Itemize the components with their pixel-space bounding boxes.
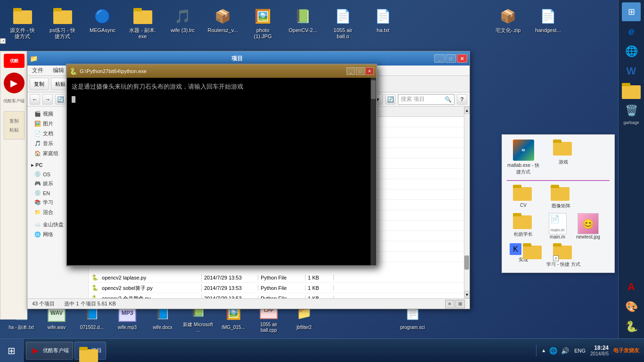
overlay-item-newtest[interactable]: 😊 newtest.jpg bbox=[575, 213, 601, 239]
photo-icon: 🖼️ bbox=[254, 7, 272, 25]
overlay-item-duhao[interactable]: 杜皓学长 bbox=[507, 213, 540, 238]
copy-button[interactable]: 复制 bbox=[30, 78, 49, 90]
desktop-icon-ps[interactable]: ↗ ps练习 - 快 捷方式 bbox=[45, 5, 80, 41]
close-button[interactable]: ✕ bbox=[457, 54, 467, 63]
tray-network-icon[interactable]: 🌐 bbox=[548, 346, 558, 355]
nav-video-label: 视频 bbox=[43, 110, 53, 117]
paint-sidebar-icon[interactable]: 🎨 bbox=[622, 297, 641, 316]
console-body[interactable]: 这是通过摄像头来玩的剪刀石头布的游戏，请输入回车开始游戏 bbox=[67, 78, 371, 265]
recycle-sidebar-icon[interactable]: 🗑️ bbox=[622, 101, 641, 120]
back-button[interactable]: ← bbox=[30, 94, 40, 105]
lrc-icon: 🎵 bbox=[173, 7, 192, 25]
overlay-item-study-shortcut[interactable]: ↗ 学习 - 快捷 方式 bbox=[545, 243, 582, 268]
overlay-row-3: 杜皓学长 📄 main.m main.m 😊 newtest.jpg bbox=[507, 213, 610, 239]
folder-sidebar-icon[interactable] bbox=[622, 82, 641, 100]
duhao-label: 杜皓学长 bbox=[514, 231, 533, 238]
table-row[interactable]: 🐍 opencv2 合并颜色.py 2014/7/29 13:53 Python… bbox=[89, 293, 464, 298]
overlay-item-matlab[interactable]: M matlab.exe - 快捷方式 bbox=[507, 140, 540, 175]
maximize-button[interactable]: □ bbox=[446, 54, 456, 63]
games-folder-icon bbox=[553, 140, 574, 157]
view-detail-button[interactable]: ≡ bbox=[445, 300, 454, 308]
file-overlay-panel: M matlab.exe - 快捷方式 游戏 CV 图像矩阵 杜皓学长 bbox=[502, 134, 615, 273]
desktop-icon-opencv[interactable]: 📗 OpenCV-2... bbox=[285, 5, 321, 41]
console-close-button[interactable]: ✕ bbox=[365, 67, 374, 75]
tray-eng-label[interactable]: ENG bbox=[574, 348, 586, 354]
nav-os-label: OS bbox=[43, 172, 50, 177]
ie-sidebar-icon[interactable]: e bbox=[622, 22, 641, 41]
show-hidden-icons[interactable]: ▲ bbox=[541, 348, 546, 353]
wife-wav-label: wife.wav bbox=[48, 325, 66, 330]
windows-sidebar-icon[interactable]: ⊞ bbox=[622, 2, 641, 21]
overlay-item-main-m[interactable]: 📄 main.m main.m bbox=[545, 213, 570, 239]
youku-toolbar-copy[interactable]: 复制 粘贴 bbox=[4, 111, 25, 140]
desktop-icon-photo[interactable]: 🖼️ photo (1).JPG bbox=[245, 5, 281, 41]
menu-edit[interactable]: 编辑 bbox=[50, 66, 66, 75]
menu-file[interactable]: 文件 bbox=[30, 66, 46, 75]
refresh-button[interactable]: 🔄 bbox=[55, 94, 66, 105]
start-button[interactable]: ⊞ bbox=[0, 339, 24, 362]
overlay-item-cv[interactable]: CV bbox=[507, 185, 540, 209]
desktop-icon-handgest[interactable]: 📄 handgest... bbox=[530, 5, 566, 41]
view-grid-button[interactable]: ⊞ bbox=[455, 300, 465, 308]
overlay-item-matrix[interactable]: 图像矩阵 bbox=[545, 185, 578, 209]
new-ms-label: 新建 Microsoft ... bbox=[182, 322, 215, 333]
tray-clock[interactable]: 18:24 2014/8/5 bbox=[590, 345, 609, 356]
file-scrollbar[interactable]: ▲ ▼ bbox=[464, 107, 470, 298]
desktop-icon-water[interactable]: 水题 - 副本. exe bbox=[125, 5, 160, 41]
matlab-icon: M bbox=[513, 140, 534, 161]
table-row[interactable]: 🐍 opencv2 sobel算子.py 2014/7/29 13:53 Pyt… bbox=[89, 283, 464, 293]
chrome-sidebar-icon[interactable]: 🌐 bbox=[622, 42, 641, 61]
console-maximize-button[interactable]: □ bbox=[356, 67, 364, 75]
console-minimize-button[interactable]: _ bbox=[347, 67, 355, 75]
forward-button[interactable]: → bbox=[42, 94, 53, 105]
minimize-button[interactable]: _ bbox=[434, 54, 445, 63]
opencv-icon: 📗 bbox=[294, 7, 313, 25]
pdf-sidebar-icon[interactable]: A bbox=[622, 278, 641, 296]
desktop-icon-airball-o[interactable]: 📄 1055 air ball.o bbox=[325, 5, 361, 41]
desktop-icon-ha-txt[interactable]: 📄 ha.txt bbox=[365, 5, 401, 41]
search-box[interactable]: 搜索 项目 🔍 bbox=[398, 94, 454, 105]
scroll-up-button[interactable]: ▲ bbox=[464, 107, 470, 114]
matrix-folder-icon bbox=[551, 185, 572, 203]
recycle-bin-area: 🗑️ garbage bbox=[622, 101, 641, 125]
duhao-folder-icon bbox=[513, 213, 534, 231]
ha-copy-label: ha - 副本.txt bbox=[8, 325, 33, 330]
scroll-thumb[interactable] bbox=[464, 255, 469, 270]
paste-label: 粘贴 bbox=[9, 127, 19, 133]
ha-txt-icon: 📄 bbox=[374, 7, 393, 25]
youku-client-label: 优酷客户端 bbox=[3, 98, 25, 104]
table-row[interactable]: 🐍 opencv2 laplase.py 2014/7/29 13:53 Pyt… bbox=[89, 272, 464, 283]
file-type-laplase: Python File bbox=[258, 275, 305, 280]
taskbar-explorer[interactable]: 项目 bbox=[74, 342, 106, 360]
youku-icon[interactable]: ▶ bbox=[4, 73, 25, 93]
console-scrollbar[interactable] bbox=[371, 78, 376, 265]
taskbar-youku-icon: ▶ bbox=[30, 346, 41, 356]
nav-music-label: 音乐 bbox=[43, 140, 53, 147]
help-button[interactable]: ? bbox=[457, 94, 467, 105]
scroll-down-button[interactable]: ▼ bbox=[464, 291, 470, 298]
python-sidebar-icon[interactable]: 🐍 bbox=[622, 317, 641, 336]
overlay-row-2: CV 图像矩阵 bbox=[507, 185, 610, 209]
spacer1 bbox=[405, 5, 443, 41]
desktop-icon-megasync[interactable]: 🔵 MEGAsync bbox=[85, 5, 120, 41]
py-file-icon-sobel: 🐍 bbox=[91, 284, 99, 292]
address-refresh[interactable]: 🔄 bbox=[385, 94, 396, 105]
youku-logo[interactable]: 优酷 bbox=[4, 54, 25, 68]
desktop-icon-wife-lrc[interactable]: 🎵 wife (3).lrc bbox=[165, 5, 200, 41]
console-scroll-thumb[interactable] bbox=[371, 80, 376, 99]
taskbar-youku[interactable]: ▶ 优酷客户端 bbox=[26, 342, 73, 360]
overlay-item-implement[interactable]: K 实现 bbox=[507, 243, 540, 263]
desktop-icon-home-zip[interactable]: 📦 宅文化-.zip bbox=[490, 5, 526, 41]
overlay-item-games[interactable]: 游戏 bbox=[547, 140, 580, 175]
tray-volume-icon[interactable]: 🔊 bbox=[560, 346, 570, 355]
desktop-icon-source-files[interactable]: ↗ 源文件 - 快 捷方式 bbox=[5, 5, 40, 41]
video-icon: 🎬 bbox=[34, 111, 41, 117]
elecfans-area[interactable]: 电子发烧友 bbox=[613, 347, 639, 354]
taskbar-explorer-icon bbox=[79, 346, 89, 356]
airball-o-label: 1055 air ball.o bbox=[327, 27, 359, 40]
program-sci-label: program.sci bbox=[400, 325, 425, 330]
desktop-icon-routersz[interactable]: 📦 Routersz_v... bbox=[205, 5, 240, 41]
word-sidebar-icon[interactable]: W bbox=[622, 62, 641, 81]
docs-icon: 📄 bbox=[34, 131, 41, 137]
ha-txt-label: ha.txt bbox=[377, 27, 389, 33]
